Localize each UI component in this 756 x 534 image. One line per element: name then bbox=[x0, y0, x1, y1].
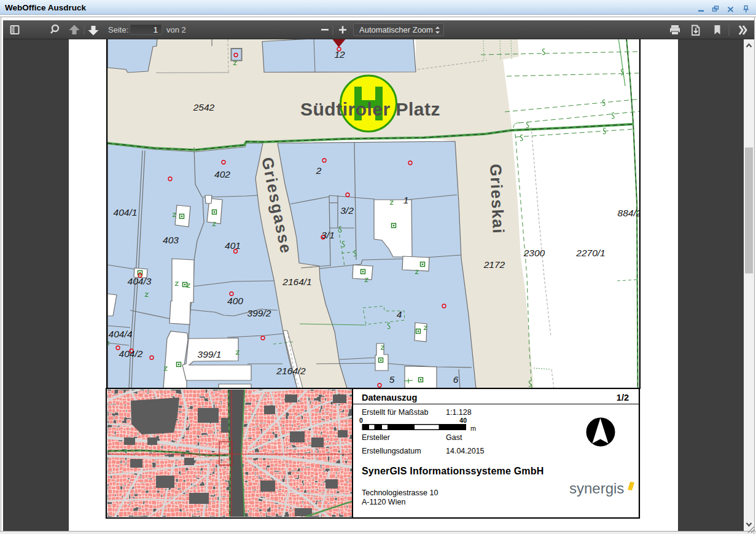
svg-text:1/2: 1/2 bbox=[617, 393, 629, 402]
svg-text:2: 2 bbox=[316, 165, 322, 176]
svg-text:m: m bbox=[470, 425, 476, 432]
svg-text:Südtiroler Platz: Südtiroler Platz bbox=[300, 99, 440, 119]
svg-text:4: 4 bbox=[397, 309, 402, 320]
svg-text:404/1: 404/1 bbox=[114, 207, 138, 218]
svg-text:Gast: Gast bbox=[446, 433, 462, 442]
svg-text:2300: 2300 bbox=[523, 248, 545, 258]
svg-text:401: 401 bbox=[225, 240, 241, 251]
svg-text:399/2: 399/2 bbox=[247, 308, 271, 318]
svg-text:404/2: 404/2 bbox=[119, 348, 143, 359]
svg-text:12: 12 bbox=[334, 49, 345, 60]
svg-text:2172: 2172 bbox=[483, 259, 505, 270]
svg-text:Erstellt für Maßstab: Erstellt für Maßstab bbox=[362, 408, 428, 417]
svg-text:Datenauszug: Datenauszug bbox=[362, 393, 417, 402]
svg-text:0: 0 bbox=[359, 417, 363, 424]
svg-text:Technologiestrasse 10: Technologiestrasse 10 bbox=[362, 489, 438, 497]
svg-text:40: 40 bbox=[459, 417, 467, 424]
svg-text:Ersteller: Ersteller bbox=[362, 433, 390, 442]
svg-text:399/1: 399/1 bbox=[198, 349, 222, 359]
svg-text:2164/2: 2164/2 bbox=[276, 366, 306, 376]
svg-text:14.04.2015: 14.04.2015 bbox=[446, 447, 485, 455]
svg-text:3/1: 3/1 bbox=[321, 230, 335, 240]
svg-text:synergis: synergis bbox=[569, 480, 624, 497]
svg-text:Erstellungsdatum: Erstellungsdatum bbox=[362, 447, 421, 455]
svg-text:A-1120 Wien: A-1120 Wien bbox=[362, 498, 405, 506]
svg-text:2542: 2542 bbox=[193, 102, 215, 112]
svg-text:402: 402 bbox=[214, 169, 230, 179]
svg-text:5: 5 bbox=[389, 374, 395, 385]
svg-text:403: 403 bbox=[163, 235, 179, 245]
svg-text:1:1.128: 1:1.128 bbox=[446, 408, 472, 417]
svg-text:400: 400 bbox=[227, 296, 243, 306]
svg-text:884/2: 884/2 bbox=[618, 208, 641, 218]
svg-text:404/3: 404/3 bbox=[128, 276, 152, 286]
svg-text:3/2: 3/2 bbox=[340, 205, 354, 216]
svg-text:2164/1: 2164/1 bbox=[282, 277, 311, 287]
svg-text:6: 6 bbox=[453, 374, 459, 385]
svg-text:2270/1: 2270/1 bbox=[575, 248, 605, 258]
svg-text:1: 1 bbox=[403, 195, 409, 205]
svg-text:Grieskai: Grieskai bbox=[486, 163, 508, 235]
svg-text:404/4: 404/4 bbox=[109, 329, 133, 339]
svg-text:SynerGIS Informationssysteme G: SynerGIS Informationssysteme GmbH bbox=[362, 466, 544, 476]
